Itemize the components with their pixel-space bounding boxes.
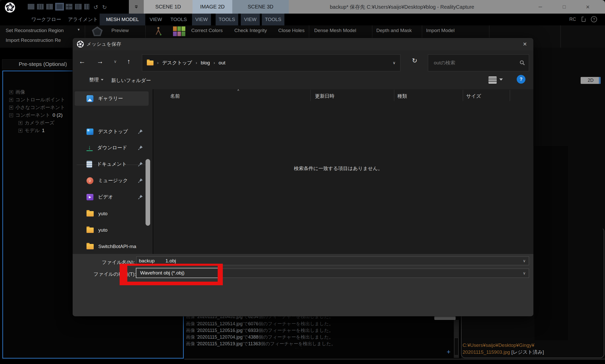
set-reconstruction-region-button[interactable]: Set Reconstruction Region <box>6 28 64 33</box>
menu-view-2[interactable]: VIEW <box>192 14 211 25</box>
search-input[interactable] <box>428 55 529 71</box>
help-icon[interactable]: ? <box>591 16 597 22</box>
tree-item-images[interactable]: 画像 <box>9 88 27 96</box>
partially-hidden-button[interactable] <box>434 316 456 320</box>
sidebar-item-yuto-2[interactable]: yuto <box>75 223 149 237</box>
depth-and-mask-button[interactable]: Depth and Mask <box>376 28 412 33</box>
console-scrollbar[interactable] <box>454 320 459 358</box>
dialog-close-button[interactable]: ✕ <box>519 40 531 48</box>
layout-icon-2[interactable] <box>37 4 44 9</box>
expand-icon[interactable] <box>18 129 22 133</box>
menu-workflow[interactable]: ワークフロー <box>28 14 64 25</box>
sidebar-scrollbar-thumb[interactable] <box>146 159 150 226</box>
menu-tools-1[interactable]: TOOLS <box>167 14 190 25</box>
pin-icon[interactable] <box>138 162 143 167</box>
layout-icon-5[interactable] <box>66 4 72 9</box>
sidebar-item-music[interactable]: ♪ ミュージック <box>75 173 149 188</box>
tree-item-camera-poses[interactable]: カメラポーズ <box>18 119 57 127</box>
back-icon[interactable]: ← <box>79 57 85 65</box>
view-mode-2d-badge[interactable]: 2D <box>581 77 601 84</box>
maximize-button[interactable]: □ <box>559 3 569 11</box>
scrollbar-thumb[interactable] <box>454 338 458 355</box>
expand-icon[interactable] <box>9 98 13 102</box>
close-holes-button[interactable]: Close Holes <box>278 28 304 33</box>
chevron-down-icon[interactable] <box>499 78 503 81</box>
tree-item-component-0[interactable]: コンポーネント 0 (2) <box>9 111 63 119</box>
menu-tools-3[interactable]: TOOLS <box>262 14 284 25</box>
tree-item-model-1[interactable]: モデル 1 <box>18 127 45 134</box>
sidebar-item-gallery[interactable]: ギャラリー <box>75 91 149 106</box>
breadcrumb-desktop[interactable]: デスクトップ <box>162 60 192 66</box>
camera-tripod-icon[interactable] <box>154 26 163 36</box>
refresh-icon[interactable]: ↻ <box>412 57 417 64</box>
chevron-down-icon[interactable]: ∨ <box>523 259 526 263</box>
undo-icon[interactable]: ↺ <box>93 4 98 11</box>
minimize-button[interactable]: ─ <box>535 3 545 11</box>
layout-icon-7[interactable] <box>84 4 89 9</box>
dialog-title-bar[interactable]: メッシュを保存 ✕ <box>73 38 533 50</box>
document-page-icon[interactable] <box>582 17 585 22</box>
pin-icon[interactable] <box>138 145 143 150</box>
expand-icon[interactable] <box>18 121 22 125</box>
tab-scene-1d[interactable]: SCENE 1D <box>144 0 193 14</box>
dense-mesh-model-button[interactable]: Dense Mesh Model <box>314 28 356 33</box>
menu-mesh-model-active[interactable]: MESH MODEL <box>100 14 145 25</box>
redo-icon[interactable]: ↻ <box>102 4 107 11</box>
layout-icon-4-active[interactable] <box>56 4 63 9</box>
close-button[interactable]: ✕ <box>583 3 593 11</box>
address-dropdown-chevron-icon[interactable]: ∨ <box>393 61 396 65</box>
menu-view-1[interactable]: VIEW <box>147 14 165 25</box>
tree-item-control-points[interactable]: コントロールポイント <box>9 96 68 104</box>
chevron-down-icon[interactable]: ▼ <box>77 28 80 32</box>
preview-button[interactable]: Preview <box>111 28 129 33</box>
column-divider[interactable] <box>510 90 510 101</box>
sidebar-item-documents[interactable]: ドキュメント <box>75 157 149 171</box>
tree-item-small-components[interactable]: 小さなコンポーネント <box>9 104 68 111</box>
organize-button[interactable]: 整理 <box>89 76 103 83</box>
expand-icon[interactable] <box>9 106 13 110</box>
search-box[interactable] <box>428 54 529 71</box>
check-integrity-button[interactable]: Check Integrity <box>234 28 267 33</box>
sidebar-item-desktop[interactable]: デスクトップ <box>75 124 149 139</box>
column-header-size[interactable]: サイズ <box>466 93 481 100</box>
view-mode-icon[interactable] <box>488 76 497 84</box>
layout-icon-6[interactable] <box>75 4 82 9</box>
pin-icon[interactable] <box>138 178 143 183</box>
column-header-name[interactable]: 名前 <box>170 93 180 100</box>
recent-locations-chevron-icon[interactable]: ∨ <box>114 59 117 64</box>
help-button[interactable]: ? <box>517 75 525 84</box>
address-bar[interactable]: › デスクトップ › blog › out ∨ <box>142 54 400 71</box>
breadcrumb-blog[interactable]: blog <box>201 60 210 66</box>
pin-icon[interactable] <box>138 194 143 200</box>
column-divider[interactable] <box>463 90 463 101</box>
correct-colors-button[interactable]: Correct Colors <box>191 28 223 33</box>
collapse-icon[interactable] <box>9 113 13 117</box>
tab-image-2d[interactable]: IMAGE 2D <box>193 0 232 14</box>
chevron-down-icon[interactable]: ∨ <box>523 271 526 276</box>
layout-icon-3[interactable] <box>46 4 53 9</box>
import-model-button[interactable]: Import Model <box>426 28 455 33</box>
add-icon[interactable]: + <box>447 348 450 356</box>
sidebar-item-yuto-1[interactable]: yuto <box>75 206 149 221</box>
column-divider[interactable] <box>394 90 394 101</box>
menu-alignment[interactable]: アライメント <box>66 14 100 25</box>
tab-scene-3d[interactable]: SCENE 3D <box>232 0 289 14</box>
new-folder-button[interactable]: 新しいフォルダー <box>111 77 151 84</box>
up-icon[interactable]: ↑ <box>127 57 130 65</box>
menu-view-3[interactable]: VIEW <box>241 14 260 25</box>
layout-icon-1[interactable] <box>28 4 34 9</box>
column-header-date[interactable]: 更新日時 <box>315 93 334 100</box>
column-divider[interactable] <box>310 90 311 101</box>
correct-colors-icon[interactable] <box>173 26 185 36</box>
menu-tools-2[interactable]: TOOLS <box>216 14 238 25</box>
import-reconstruction-region-button[interactable]: Import Reconstruction Re <box>6 37 61 43</box>
tab-overflow-button[interactable] <box>129 0 144 14</box>
breadcrumb-out[interactable]: out <box>219 60 225 66</box>
sidebar-item-downloads[interactable]: ↓ ダウンロード <box>75 141 149 155</box>
expand-icon[interactable] <box>9 90 13 94</box>
pin-icon[interactable] <box>138 129 143 134</box>
column-header-type[interactable]: 種類 <box>397 93 407 100</box>
sidebar-item-videos[interactable]: ▶ ビデオ <box>75 190 149 204</box>
sidebar-item-switchbotapi[interactable]: SwitchBotAPI-ma <box>75 239 149 254</box>
photo-thumbnail[interactable] <box>534 146 568 340</box>
